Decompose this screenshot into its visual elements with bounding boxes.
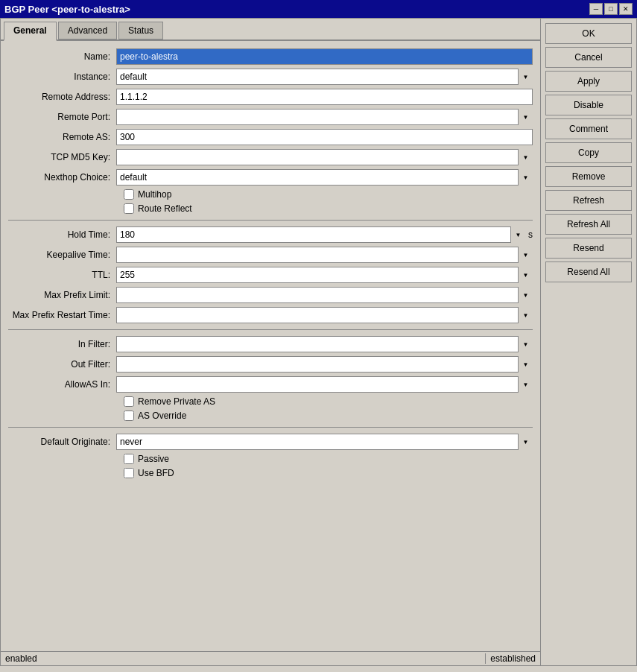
tab-advanced[interactable]: Advanced [58,22,117,39]
remote-address-control [116,89,533,105]
title-bar: BGP Peer <peer-to-alestra> ─ □ ✕ [0,0,637,18]
refresh-button[interactable]: Refresh [545,190,632,211]
tab-general[interactable]: General [4,22,57,41]
passive-row: Passive [8,454,533,464]
comment-button[interactable]: Comment [545,118,632,139]
tcp-md5-label: TCP MD5 Key: [8,152,116,162]
apply-button[interactable]: Apply [545,71,632,92]
use-bfd-row: Use BFD [8,468,533,478]
out-filter-row: Out Filter: ▼ [8,356,533,373]
maximize-button[interactable]: □ [604,3,618,15]
default-originate-row: Default Originate: never ▼ [8,434,533,450]
tcp-md5-select[interactable] [116,149,533,165]
nexthop-choice-label: Nexthop Choice: [8,172,116,183]
close-button[interactable]: ✕ [619,3,633,15]
remote-port-label: Remote Port: [8,112,116,122]
instance-control: default ▼ [116,69,533,85]
status-bar: enabled established [1,651,540,665]
max-prefix-restart-control: ▼ [116,307,533,323]
tab-bar: General Advanced Status [1,19,540,41]
as-override-row: AS Override [8,411,533,421]
refresh-all-button[interactable]: Refresh All [545,214,632,235]
remote-port-select[interactable] [116,109,533,125]
remote-address-input[interactable] [116,89,533,105]
separator-1 [8,220,533,221]
main-container: General Advanced Status Name: [0,18,637,666]
remote-as-input[interactable] [116,129,533,145]
allowas-in-control: ▼ [116,376,533,393]
hold-time-control: 180 ▼ s [116,226,533,243]
passive-checkbox[interactable] [124,454,134,464]
default-originate-select[interactable]: never [116,434,533,450]
instance-row: Instance: default ▼ [8,69,533,85]
resend-button[interactable]: Resend [545,238,632,259]
max-prefix-limit-select[interactable] [116,287,533,303]
remote-as-row: Remote AS: [8,129,533,145]
default-originate-control: never ▼ [116,434,533,450]
passive-label: Passive [138,454,169,464]
use-bfd-checkbox[interactable] [124,468,134,478]
window-title: BGP Peer <peer-to-alestra> [4,4,130,15]
allowas-in-label: AllowAS In: [8,379,116,390]
name-input[interactable] [116,48,533,65]
form-area: Name: Instance: default ▼ [1,41,540,651]
tab-status[interactable]: Status [118,22,163,39]
remove-private-as-checkbox[interactable] [124,396,134,407]
nexthop-choice-select[interactable]: default [116,169,533,186]
remote-as-label: Remote AS: [8,132,116,142]
max-prefix-restart-label: Max Prefix Restart Time: [8,310,116,320]
nexthop-choice-control: default ▼ [116,169,533,186]
allowas-in-select[interactable] [116,376,533,393]
status-established: established [486,653,536,664]
right-panel: OK Cancel Apply Disable Comment Copy Rem… [540,18,637,666]
keepalive-time-row: Keepalive Time: ▼ [8,247,533,263]
ttl-control: 255 ▼ [116,267,533,283]
remote-port-row: Remote Port: ▼ [8,109,533,125]
hold-time-select[interactable]: 180 [116,226,525,243]
max-prefix-restart-row: Max Prefix Restart Time: ▼ [8,307,533,323]
ok-button[interactable]: OK [545,23,632,44]
left-panel: General Advanced Status Name: [0,18,540,666]
route-reflect-checkbox[interactable] [124,203,134,214]
separator-3 [8,427,533,428]
remove-private-as-label: Remove Private AS [138,396,215,407]
max-prefix-restart-select[interactable] [116,307,533,323]
multihop-row: Multihop [8,189,533,200]
tcp-md5-control: ▼ [116,149,533,165]
keepalive-time-select[interactable] [116,247,533,263]
minimize-button[interactable]: ─ [589,3,603,15]
separator-2 [8,329,533,330]
in-filter-label: In Filter: [8,339,116,349]
route-reflect-row: Route Reflect [8,203,533,214]
in-filter-select[interactable] [116,336,533,352]
instance-select[interactable]: default [116,69,533,85]
disable-button[interactable]: Disable [545,95,632,115]
keepalive-time-label: Keepalive Time: [8,250,116,260]
allowas-in-row: AllowAS In: ▼ [8,376,533,393]
out-filter-label: Out Filter: [8,359,116,370]
remove-button[interactable]: Remove [545,166,632,187]
copy-button[interactable]: Copy [545,142,632,163]
name-control [116,48,533,65]
status-enabled: enabled [5,653,486,664]
ttl-select[interactable]: 255 [116,267,533,283]
as-override-checkbox[interactable] [124,411,134,421]
max-prefix-limit-label: Max Prefix Limit: [8,290,116,300]
nexthop-choice-row: Nexthop Choice: default ▼ [8,169,533,186]
multihop-label: Multihop [138,189,171,200]
remote-address-row: Remote Address: [8,89,533,105]
hold-time-label: Hold Time: [8,229,116,240]
max-prefix-limit-control: ▼ [116,287,533,303]
default-originate-label: Default Originate: [8,437,116,447]
name-label: Name: [8,51,116,62]
max-prefix-limit-row: Max Prefix Limit: ▼ [8,287,533,303]
resend-all-button[interactable]: Resend All [545,261,632,282]
out-filter-select[interactable] [116,356,533,373]
multihop-checkbox[interactable] [124,189,134,200]
ttl-label: TTL: [8,270,116,280]
as-override-label: AS Override [138,411,186,421]
remote-as-control [116,129,533,145]
remote-address-label: Remote Address: [8,92,116,102]
tcp-md5-row: TCP MD5 Key: ▼ [8,149,533,165]
cancel-button[interactable]: Cancel [545,47,632,68]
